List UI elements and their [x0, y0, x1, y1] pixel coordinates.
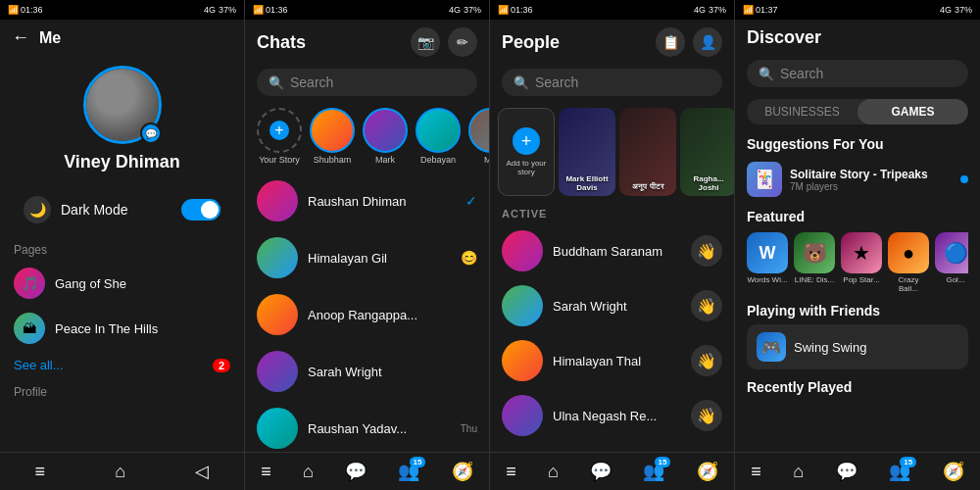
chat-item-4[interactable]: Raushan Yadav... Thu	[245, 400, 489, 452]
chat-info-3: Sarah Wright	[308, 365, 477, 379]
chat-name-3: Sarah Wright	[308, 365, 477, 379]
people-item-2[interactable]: Himalayan Thal 👋	[490, 333, 734, 388]
people-add-story[interactable]: + Add to your story	[498, 108, 555, 196]
toggle-thumb	[201, 201, 219, 219]
page-item-peace[interactable]: 🏔 Peace In The Hills	[0, 306, 244, 351]
people-item-0[interactable]: Buddham Saranam 👋	[490, 223, 734, 278]
people-icon-1[interactable]: 📋	[656, 27, 685, 57]
status-left-1: 📶 01:36	[8, 5, 43, 15]
game-card-words[interactable]: W Words Wi...	[747, 232, 788, 293]
people-avatar-1	[502, 285, 543, 326]
bottom-nav-4: ≡ ⌂ 💬 👥 15 🧭	[735, 452, 980, 490]
nav-badge-3: 15	[655, 457, 671, 467]
game-label-line: LINE: Dis...	[795, 275, 834, 284]
people-icon-2[interactable]: 👤	[693, 27, 722, 57]
nav-chat-4[interactable]: 💬	[836, 461, 858, 482]
people-search-bar[interactable]: 🔍 Search	[502, 69, 722, 96]
nav-home-4[interactable]: ⌂	[793, 462, 804, 482]
chat-item-2[interactable]: Anoop Rangappa...	[245, 286, 489, 343]
chats-search-bar[interactable]: 🔍 Search	[257, 69, 477, 96]
status-right-2: 4G 37%	[449, 5, 481, 15]
suggestion-item-0[interactable]: 🃏 Solitaire Story - Tripeaks 7M players	[747, 158, 968, 201]
people-story-1[interactable]: Mark Elliott Davis	[559, 108, 615, 196]
story-mark[interactable]: Mark	[363, 108, 408, 165]
suggestion-icon-0: 🃏	[747, 162, 782, 197]
signal-text-2: 4G	[449, 5, 461, 15]
playing-game-icon: 🎮	[757, 332, 786, 362]
chat-avatar-2	[257, 294, 298, 335]
wave-btn-3[interactable]: 👋	[691, 400, 722, 431]
chat-item-0[interactable]: Raushan Dhiman ✓	[245, 172, 489, 229]
nav-people-4[interactable]: 👥 15	[889, 461, 910, 482]
recently-played-title: Recently Played	[735, 375, 980, 397]
status-bar-4: 📶 01:37 4G 37%	[735, 0, 980, 20]
playing-item[interactable]: 🎮 Swing Swing	[747, 324, 968, 369]
page-item-gang[interactable]: 🎵 Gang of She	[0, 261, 244, 306]
compose-icon[interactable]: ✏	[448, 27, 477, 57]
chat-item-3[interactable]: Sarah Wright	[245, 343, 489, 400]
game-card-line[interactable]: 🐻 LINE: Dis...	[794, 232, 835, 293]
tab-games[interactable]: GAMES	[858, 99, 968, 124]
game-card-pop[interactable]: ★ Pop Star...	[841, 232, 882, 293]
page-name-gang: Gang of She	[55, 276, 126, 291]
add-story-item[interactable]: + Your Story	[257, 108, 302, 165]
story-mik[interactable]: Mik	[468, 108, 489, 165]
nav-home-icon-1[interactable]: ⌂	[115, 462, 125, 482]
people-item-3[interactable]: Ulna Negash Re... 👋	[490, 388, 734, 443]
chat-info-4: Raushan Yadav...	[308, 421, 461, 436]
people-search-placeholder: Search	[535, 74, 578, 90]
suggestions-title: Suggestions For You	[747, 136, 968, 152]
wave-btn-2[interactable]: 👋	[691, 345, 722, 376]
game-card-extra[interactable]: 🔵 Gol...	[935, 232, 968, 293]
game-card-ball[interactable]: ● Crazy Ball...	[888, 232, 929, 293]
people-header: People 📋 👤	[490, 20, 734, 65]
nav-compass-2[interactable]: 🧭	[452, 461, 473, 482]
chats-search-placeholder: Search	[290, 74, 333, 90]
nav-home-3[interactable]: ⌂	[548, 462, 559, 482]
story-label-debayan: Debayan	[420, 155, 456, 165]
nav-compass-3[interactable]: 🧭	[697, 461, 718, 482]
camera-icon[interactable]: 📷	[411, 27, 440, 57]
discover-search-bar[interactable]: 🔍 Search	[747, 60, 968, 87]
search-icon-chats: 🔍	[269, 75, 284, 90]
story-shubham[interactable]: Shubham	[310, 108, 355, 165]
status-bar-3: 📶 01:36 4G 37%	[490, 0, 734, 20]
nav-chat-2[interactable]: 💬	[345, 461, 367, 482]
people-story-2[interactable]: अनूप पीटर	[619, 108, 676, 196]
wave-btn-0[interactable]: 👋	[691, 235, 722, 267]
story-avatar-shubham	[310, 108, 355, 153]
discover-search-placeholder: Search	[780, 66, 823, 81]
nav-home-1[interactable]: ≡	[35, 462, 46, 482]
playing-friends-section: Playing with Friends 🎮 Swing Swing	[735, 303, 980, 375]
pages-label: Pages	[0, 237, 244, 261]
battery-1: 37%	[219, 5, 236, 15]
stories-row: + Your Story Shubham Mark Debayan Mik	[245, 104, 489, 172]
people-story-3[interactable]: Ragha... Joshi	[680, 108, 734, 196]
discover-tab-bar: BUSINESSES GAMES	[747, 99, 968, 124]
wave-btn-1[interactable]: 👋	[691, 290, 722, 321]
avatar-wrapper[interactable]: 💬	[83, 66, 162, 144]
nav-people-2[interactable]: 👥 15	[398, 461, 419, 482]
see-all-row[interactable]: See all... 2	[0, 351, 244, 379]
back-arrow-icon[interactable]: ←	[12, 27, 29, 48]
nav-compass-4[interactable]: 🧭	[943, 461, 964, 482]
battery-4: 37%	[955, 5, 972, 15]
nav-menu-2[interactable]: ≡	[261, 462, 271, 482]
nav-chat-3[interactable]: 💬	[590, 461, 612, 482]
nav-people-3[interactable]: 👥 15	[643, 461, 664, 482]
panel-discover: 📶 01:37 4G 37% Discover 🔍 Search BUSINES…	[735, 0, 980, 490]
nav-menu-3[interactable]: ≡	[506, 462, 516, 482]
game-label-words: Words Wi...	[747, 275, 787, 284]
story-debayan[interactable]: Debayan	[416, 108, 461, 165]
nav-menu-4[interactable]: ≡	[751, 462, 761, 482]
nav-home-2[interactable]: ⌂	[303, 462, 314, 482]
signal-icon-1: 📶	[8, 5, 19, 15]
nav-back-1[interactable]: ◁	[195, 461, 209, 482]
dark-mode-label: Dark Mode	[61, 202, 181, 218]
people-item-1[interactable]: Sarah Wright 👋	[490, 278, 734, 333]
chat-list: Raushan Dhiman ✓ Himalayan Gil 😊 Anoop R…	[245, 172, 489, 452]
dark-mode-toggle[interactable]	[181, 199, 220, 220]
tab-businesses[interactable]: BUSINESSES	[747, 99, 858, 124]
signal-text-3: 4G	[694, 5, 706, 15]
chat-item-1[interactable]: Himalayan Gil 😊	[245, 229, 489, 286]
